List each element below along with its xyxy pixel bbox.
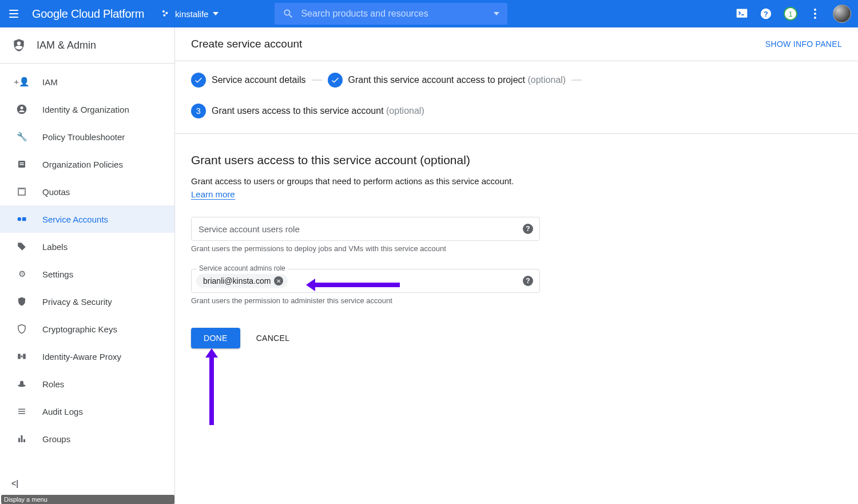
help-icon[interactable]: ? — [523, 276, 533, 286]
sidebar-item-labels[interactable]: Labels — [0, 233, 174, 260]
sidebar-item-quotas[interactable]: Quotas — [0, 178, 174, 205]
admins-role-field-wrap: Service account admins role brianli@kins… — [191, 269, 540, 293]
help-icon[interactable]: ? — [760, 7, 772, 20]
sidebar-item-identity-organization[interactable]: Identity & Organization — [0, 96, 174, 123]
step-3-number-icon[interactable]: 3 — [191, 104, 206, 118]
admin-chip: brianli@kinsta.com ✕ — [196, 274, 288, 288]
sidebar-nav: +👤IAM Identity & Organization 🔧Policy Tr… — [0, 64, 174, 474]
project-icon — [161, 9, 170, 18]
service-account-icon — [16, 213, 27, 225]
hat-icon — [16, 378, 27, 390]
caret-down-icon — [213, 12, 219, 15]
svg-rect-21 — [18, 438, 20, 443]
svg-rect-9 — [19, 162, 24, 164]
logs-icon — [16, 406, 27, 417]
svg-rect-10 — [19, 164, 24, 165]
sidebar-item-organization-policies[interactable]: Organization Policies — [0, 150, 174, 178]
gcp-logo[interactable]: Google Cloud Platform — [32, 7, 144, 21]
annotation-arrow — [314, 283, 400, 287]
svg-point-0 — [162, 10, 165, 13]
sidebar-item-roles[interactable]: Roles — [0, 370, 174, 398]
admins-role-hint: Grant users the permission to administer… — [191, 296, 540, 305]
sidebar-item-groups[interactable]: Groups — [0, 425, 174, 453]
svg-rect-19 — [18, 411, 25, 412]
hamburger-menu-icon[interactable] — [7, 7, 21, 21]
admin-chip-email: brianli@kinsta.com — [203, 276, 271, 285]
search-caret-icon[interactable] — [494, 12, 499, 15]
iam-admin-icon — [11, 38, 26, 53]
svg-point-7 — [21, 106, 23, 109]
notifications-badge[interactable]: 1 — [784, 7, 797, 21]
step-2-label[interactable]: Grant this service account access to pro… — [348, 75, 566, 85]
tag-icon — [16, 241, 27, 252]
users-role-hint: Grant users the permissions to deploy jo… — [191, 244, 540, 253]
meter-icon — [16, 186, 27, 197]
cloud-shell-icon[interactable] — [736, 7, 748, 20]
proxy-icon — [16, 351, 27, 362]
sidebar-item-audit-logs[interactable]: Audit Logs — [0, 398, 174, 425]
done-button[interactable]: DONE — [191, 328, 240, 348]
step-1-label[interactable]: Service account details — [212, 75, 306, 85]
annotation-arrow — [209, 356, 214, 425]
sidebar-header: IAM & Admin — [0, 27, 174, 64]
svg-point-1 — [165, 12, 168, 14]
learn-more-link[interactable]: Learn more — [191, 189, 235, 200]
step-divider — [312, 80, 322, 81]
sidebar-item-identity-aware-proxy[interactable]: Identity-Aware Proxy — [0, 343, 174, 370]
svg-point-12 — [18, 217, 22, 221]
sidebar-collapse-button[interactable]: <| — [0, 474, 174, 493]
users-role-field-wrap: Service account users role ? — [191, 217, 540, 241]
tooltip-display-menu: Display a menu — [1, 495, 174, 504]
svg-rect-18 — [18, 409, 25, 410]
sidebar-item-cryptographic-keys[interactable]: Cryptographic Keys — [0, 315, 174, 343]
svg-point-2 — [163, 14, 165, 17]
show-info-panel-button[interactable]: SHOW INFO PANEL — [765, 39, 842, 49]
users-role-placeholder: Service account users role — [198, 224, 300, 234]
section-heading: Grant users access to this service accou… — [191, 153, 708, 167]
sidebar-item-iam[interactable]: +👤IAM — [0, 68, 174, 96]
step-3-label[interactable]: Grant users access to this service accou… — [212, 106, 424, 116]
help-icon[interactable]: ? — [523, 224, 533, 234]
svg-rect-3 — [737, 9, 747, 18]
person-add-icon: +👤 — [16, 76, 27, 88]
search-input[interactable] — [301, 9, 489, 19]
sidebar-title: IAM & Admin — [37, 39, 96, 51]
step-2-check-icon[interactable] — [328, 73, 343, 88]
remove-chip-icon[interactable]: ✕ — [274, 276, 283, 285]
list-icon — [16, 158, 27, 170]
step-1-check-icon[interactable] — [191, 73, 206, 88]
stepper: Service account details Grant this servi… — [175, 61, 858, 134]
sidebar-item-settings[interactable]: ⚙Settings — [0, 260, 174, 288]
section-description: Grant access to users or groups that nee… — [191, 175, 708, 201]
search-icon — [283, 8, 294, 19]
equalizer-icon — [16, 433, 27, 445]
user-avatar[interactable] — [833, 5, 851, 23]
shield-icon — [16, 296, 27, 307]
more-menu-icon[interactable] — [809, 7, 821, 20]
svg-rect-13 — [22, 217, 26, 221]
svg-rect-14 — [18, 354, 21, 359]
page-title: Create service account — [191, 38, 302, 50]
svg-rect-23 — [23, 439, 25, 442]
sidebar-item-service-accounts[interactable]: Service Accounts — [0, 205, 174, 233]
sidebar-item-privacy-security[interactable]: Privacy & Security — [0, 288, 174, 315]
users-role-field[interactable]: Service account users role — [191, 217, 540, 241]
shield-key-icon — [16, 323, 27, 335]
project-name: kinstalife — [175, 9, 208, 19]
wrench-icon: 🔧 — [16, 131, 27, 142]
admins-role-field[interactable]: brianli@kinsta.com ✕ — [191, 269, 540, 293]
svg-text:?: ? — [764, 10, 768, 18]
gear-icon: ⚙ — [16, 268, 27, 280]
svg-rect-20 — [18, 413, 25, 414]
search-bar[interactable] — [275, 3, 507, 25]
project-selector[interactable]: kinstalife — [157, 7, 223, 21]
svg-rect-15 — [23, 354, 26, 359]
svg-rect-16 — [21, 356, 23, 358]
cancel-button[interactable]: CANCEL — [256, 334, 290, 343]
admins-role-label: Service account admins role — [197, 264, 288, 272]
step-divider — [571, 80, 582, 81]
sidebar-item-policy-troubleshooter[interactable]: 🔧Policy Troubleshooter — [0, 123, 174, 150]
svg-rect-22 — [21, 435, 23, 442]
account-circle-icon — [16, 104, 27, 115]
